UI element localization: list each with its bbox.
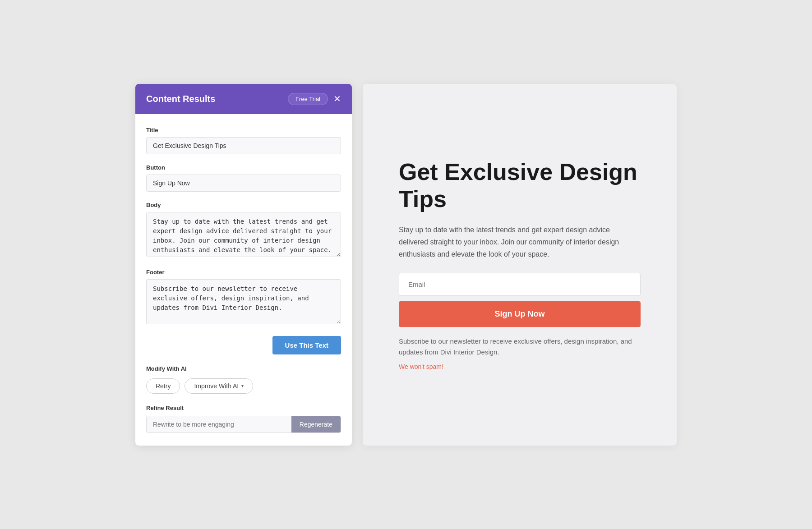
regenerate-button[interactable]: Regenerate xyxy=(291,416,341,432)
modify-ai-row: Retry Improve With AI ▾ xyxy=(146,378,341,394)
panel-title: Content Results xyxy=(146,94,215,104)
modify-ai-label: Modify With AI xyxy=(146,365,341,372)
button-field-group: Button xyxy=(146,164,341,192)
left-panel: Content Results Free Trial ✕ Title Butto… xyxy=(135,84,352,446)
free-trial-badge[interactable]: Free Trial xyxy=(288,93,328,105)
title-field-group: Title xyxy=(146,127,341,154)
right-panel: Get Exclusive Design Tips Stay up to dat… xyxy=(363,84,677,446)
preview-footer: Subscribe to our newsletter to receive e… xyxy=(399,336,633,358)
refine-section: Refine Result Regenerate xyxy=(146,405,341,433)
body-label: Body xyxy=(146,202,341,208)
refine-row: Regenerate xyxy=(146,416,341,433)
email-input[interactable] xyxy=(399,273,641,296)
title-input[interactable] xyxy=(146,137,341,154)
header-right: Free Trial ✕ xyxy=(288,93,341,105)
footer-field-group: Footer xyxy=(146,269,341,326)
improve-with-ai-button[interactable]: Improve With AI ▾ xyxy=(185,378,253,394)
chevron-down-icon: ▾ xyxy=(241,383,244,388)
app-wrapper: Content Results Free Trial ✕ Title Butto… xyxy=(135,84,677,446)
panel-header: Content Results Free Trial ✕ xyxy=(135,84,352,114)
signup-button[interactable]: Sign Up Now xyxy=(399,301,641,327)
retry-button[interactable]: Retry xyxy=(146,378,180,394)
footer-textarea[interactable] xyxy=(146,279,341,324)
close-button[interactable]: ✕ xyxy=(333,94,341,103)
modify-ai-section: Modify With AI Retry Improve With AI ▾ xyxy=(146,365,341,394)
button-input[interactable] xyxy=(146,175,341,192)
refine-input[interactable] xyxy=(147,416,291,432)
button-label: Button xyxy=(146,164,341,171)
panel-body: Title Button Body Footer Use This Text M… xyxy=(135,114,352,446)
no-spam-text: We won't spam! xyxy=(399,363,641,370)
body-textarea[interactable] xyxy=(146,212,341,257)
title-label: Title xyxy=(146,127,341,133)
footer-label: Footer xyxy=(146,269,341,276)
preview-title: Get Exclusive Design Tips xyxy=(399,159,641,213)
refine-label: Refine Result xyxy=(146,405,341,411)
use-this-text-button[interactable]: Use This Text xyxy=(272,336,341,354)
preview-body: Stay up to date with the latest trends a… xyxy=(399,224,633,261)
body-field-group: Body xyxy=(146,202,341,259)
